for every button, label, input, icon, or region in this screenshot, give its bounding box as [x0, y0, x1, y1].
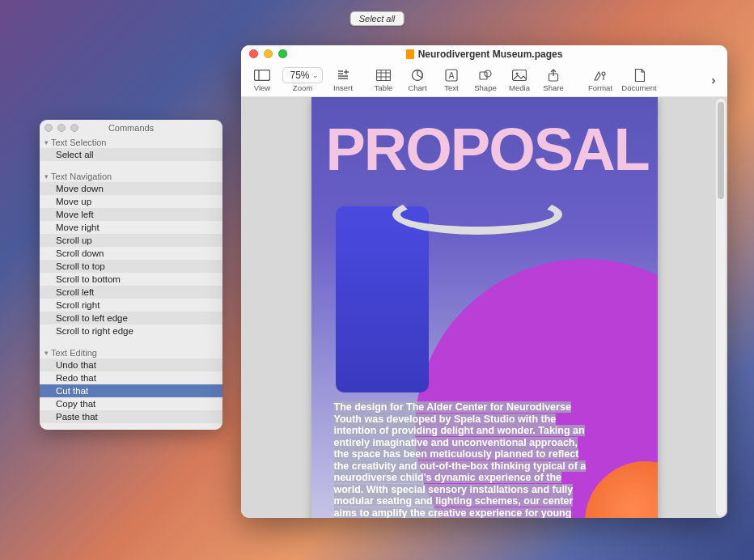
- scrollbar-thumb[interactable]: [718, 102, 724, 199]
- document-title[interactable]: Neurodivergent Museum.pages: [406, 49, 563, 60]
- pages-titlebar: Neurodivergent Museum.pages: [241, 45, 727, 63]
- media-icon: [512, 67, 527, 83]
- selected-text: The design for The Alder Center for Neur…: [334, 401, 587, 518]
- pages-window: Neurodivergent Museum.pages View 75% ⌄ Z…: [241, 45, 727, 518]
- cmd-scroll-left-edge[interactable]: Scroll to left edge: [40, 312, 222, 325]
- minimize-icon[interactable]: [264, 49, 273, 58]
- toolbar-view[interactable]: View: [246, 64, 278, 96]
- toolbar-zoom[interactable]: 75% ⌄ Zoom: [280, 64, 325, 96]
- toolbar-view-label: View: [254, 83, 270, 92]
- toolbar-chart-label: Chart: [408, 83, 426, 92]
- toolbar-media[interactable]: Media: [503, 64, 536, 96]
- commands-title: Commands: [40, 123, 222, 133]
- toolbar-chart[interactable]: Chart: [401, 64, 434, 96]
- cmd-scroll-left[interactable]: Scroll left: [40, 286, 222, 299]
- format-icon: [593, 67, 608, 83]
- svg-point-17: [485, 70, 491, 77]
- shape-icon: [479, 67, 492, 83]
- cmd-scroll-right[interactable]: Scroll right: [40, 299, 222, 312]
- document-canvas[interactable]: PROPOSAL The design for The Alder Center…: [241, 97, 727, 518]
- maximize-icon[interactable]: [278, 49, 287, 58]
- zoom-select[interactable]: 75% ⌄: [282, 67, 322, 83]
- art-block: [336, 206, 429, 392]
- toolbar-shape[interactable]: Shape: [469, 64, 502, 96]
- cmd-select-all[interactable]: Select all: [40, 148, 222, 161]
- commands-titlebar: Commands: [40, 120, 222, 136]
- toolbar-table-label: Table: [375, 83, 393, 92]
- section-text-selection[interactable]: ▾ Text Selection: [40, 136, 222, 148]
- toolbar-document[interactable]: Document: [618, 64, 660, 96]
- document-icon: [634, 67, 645, 83]
- section-label: Text Navigation: [51, 172, 112, 181]
- cmd-scroll-up[interactable]: Scroll up: [40, 234, 222, 247]
- insert-icon: [337, 67, 349, 83]
- chart-icon: [411, 67, 424, 83]
- chevron-right-icon: ››: [711, 74, 712, 87]
- pages-doc-icon: [406, 49, 414, 59]
- svg-point-22: [602, 72, 605, 75]
- cmd-move-right[interactable]: Move right: [40, 221, 222, 234]
- toolbar-media-label: Media: [509, 83, 530, 92]
- toolbar-insert[interactable]: Insert: [327, 64, 359, 96]
- headline-text[interactable]: PROPOSAL: [326, 115, 649, 184]
- toolbar-text-label: Text: [444, 83, 458, 92]
- chevron-down-icon: ⌄: [312, 71, 319, 79]
- commands-panel: Commands ▾ Text Selection Select all ▾ T…: [40, 120, 222, 430]
- toolbar-overflow[interactable]: ››: [701, 64, 722, 96]
- pages-toolbar: View 75% ⌄ Zoom Insert Table: [241, 63, 727, 97]
- section-text-navigation[interactable]: ▾ Text Navigation: [40, 170, 222, 182]
- chevron-down-icon: ▾: [44, 349, 49, 357]
- cmd-move-left[interactable]: Move left: [40, 208, 222, 221]
- voice-tooltip: Select all: [350, 11, 405, 26]
- cmd-undo[interactable]: Undo that: [40, 358, 222, 371]
- svg-text:A: A: [449, 71, 455, 80]
- cmd-scroll-down[interactable]: Scroll down: [40, 247, 222, 260]
- toolbar-format[interactable]: Format: [584, 64, 616, 96]
- cmd-scroll-bottom[interactable]: Scroll to bottom: [40, 273, 222, 286]
- list-text-navigation: Move down Move up Move left Move right S…: [40, 182, 222, 337]
- art-ring: [392, 194, 562, 235]
- chevron-down-icon: ▾: [44, 138, 49, 146]
- text-icon: A: [445, 67, 458, 83]
- zoom-value: 75%: [290, 70, 309, 81]
- chevron-down-icon: ▾: [44, 172, 49, 180]
- cmd-paste[interactable]: Paste that: [40, 410, 222, 423]
- section-label: Text Selection: [51, 138, 106, 147]
- cmd-move-up[interactable]: Move up: [40, 195, 222, 208]
- svg-point-19: [516, 73, 519, 75]
- toolbar-share-label: Share: [543, 83, 563, 92]
- cmd-cut[interactable]: Cut that: [40, 384, 222, 397]
- toolbar-zoom-label: Zoom: [293, 83, 312, 92]
- close-icon[interactable]: [249, 49, 258, 58]
- body-text[interactable]: The design for The Alder Center for Neur…: [334, 401, 589, 518]
- art-sphere: [585, 461, 658, 518]
- svg-rect-8: [377, 70, 391, 81]
- list-text-editing: Undo that Redo that Cut that Copy that P…: [40, 358, 222, 423]
- section-text-editing[interactable]: ▾ Text Editing: [40, 346, 222, 358]
- cmd-copy[interactable]: Copy that: [40, 397, 222, 410]
- list-text-selection: Select all: [40, 148, 222, 161]
- vertical-scrollbar[interactable]: [716, 99, 726, 516]
- sidebar-icon: [254, 67, 270, 83]
- cmd-scroll-right-edge[interactable]: Scroll to right edge: [40, 325, 222, 337]
- table-icon: [376, 67, 391, 83]
- document-title-text: Neurodivergent Museum.pages: [418, 49, 563, 60]
- cmd-scroll-top[interactable]: Scroll to top: [40, 260, 222, 273]
- document-page[interactable]: PROPOSAL The design for The Alder Center…: [311, 97, 658, 518]
- toolbar-document-label: Document: [621, 83, 656, 92]
- toolbar-format-label: Format: [588, 83, 612, 92]
- svg-rect-0: [255, 70, 270, 81]
- section-label: Text Editing: [51, 348, 97, 358]
- toolbar-shape-label: Shape: [474, 83, 496, 92]
- toolbar-table[interactable]: Table: [367, 64, 400, 96]
- toolbar-insert-label: Insert: [333, 83, 353, 92]
- share-icon: [548, 67, 559, 83]
- cmd-move-down[interactable]: Move down: [40, 182, 222, 195]
- toolbar-share[interactable]: Share: [537, 64, 570, 96]
- cmd-redo[interactable]: Redo that: [40, 371, 222, 384]
- toolbar-text[interactable]: A Text: [435, 64, 468, 96]
